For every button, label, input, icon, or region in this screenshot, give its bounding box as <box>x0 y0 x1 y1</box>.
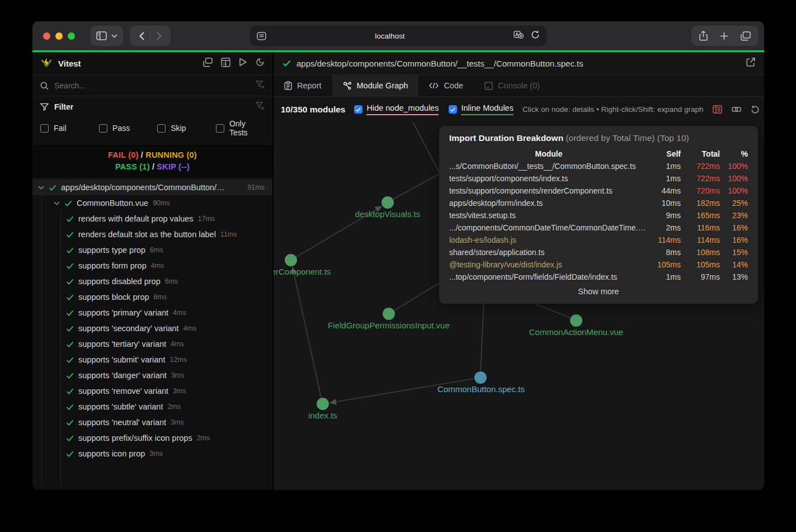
test-case-row[interactable]: supports 'danger' variant3ms <box>32 368 272 383</box>
test-name: supports 'danger' variant <box>78 371 167 380</box>
test-case-row[interactable]: supports 'remove' variant3ms <box>32 383 272 399</box>
test-name: supports icon prop <box>78 449 145 458</box>
clear-search-filter-icon[interactable] <box>256 81 265 91</box>
forward-button[interactable] <box>150 27 167 44</box>
privacy-report-icon[interactable] <box>514 31 524 41</box>
graph-hint: Click on node: details • Right-click/Shi… <box>522 105 704 114</box>
checkbox-icon <box>99 124 107 133</box>
tab-label: Console (0) <box>498 81 540 90</box>
test-duration: 3ms <box>149 450 163 458</box>
test-suite-row[interactable]: CommonButton.vue90ms <box>32 195 272 211</box>
total-percent: 100% <box>720 185 748 197</box>
open-in-editor-icon[interactable] <box>746 58 755 69</box>
graph-node-commonactionmenu-vue[interactable] <box>570 314 582 327</box>
check-icon <box>66 451 74 457</box>
self-time: 2ms <box>648 222 681 234</box>
test-name: supports 'remove' variant <box>78 387 168 396</box>
zoom-window-button[interactable] <box>68 32 75 40</box>
module-name: @testing-library/vue/dist/index.js <box>449 258 648 271</box>
check-icon <box>66 326 74 332</box>
test-case-row[interactable]: supports 'tertiary' variant4ms <box>32 336 272 352</box>
total-percent: 15% <box>720 246 748 258</box>
search-icon <box>40 82 49 90</box>
chevron-down-icon[interactable] <box>54 201 60 205</box>
dark-mode-icon[interactable] <box>256 58 265 69</box>
graph-node-ercomponent-ts[interactable] <box>285 254 297 266</box>
graph-checkbox-inline-modules[interactable]: Inline Modules <box>449 103 514 115</box>
close-window-button[interactable] <box>43 32 50 40</box>
test-case-row[interactable]: supports disabled prop6ms <box>32 274 272 289</box>
graph-edge <box>393 174 439 199</box>
check-icon <box>66 247 74 253</box>
test-name: supports 'submit' variant <box>78 355 165 364</box>
reload-icon[interactable] <box>531 30 540 41</box>
test-case-row[interactable]: supports prefix/suffix icon props2ms <box>32 430 272 446</box>
legend-icon[interactable] <box>713 105 722 114</box>
test-case-row[interactable]: supports 'subtle' variant2ms <box>32 399 272 415</box>
module-graph-canvas[interactable]: erComponent.tsdesktopVisuals.tsFieldGrou… <box>274 122 764 490</box>
test-duration: 4ms <box>183 324 197 332</box>
share-icon[interactable] <box>699 31 708 41</box>
tab-module-graph[interactable]: Module Graph <box>332 75 419 96</box>
test-tree: apps/desktop/components/CommonButton/__t… <box>32 179 272 490</box>
filter-checkbox-only-tests[interactable]: Only Tests <box>216 119 265 137</box>
address-bar[interactable]: localhost <box>250 26 547 46</box>
filter-checkbox-skip[interactable]: Skip <box>157 119 216 137</box>
graph-node-desktopvisuals-ts[interactable] <box>381 196 394 209</box>
back-button[interactable] <box>133 27 150 44</box>
graph-node-commonbutton-spec-ts[interactable] <box>474 371 487 384</box>
test-case-row[interactable]: supports 'submit' variant12ms <box>32 352 272 368</box>
test-duration: 12ms <box>169 356 187 364</box>
status-line: PASS (1) / SKIP (--) <box>32 161 272 173</box>
check-icon <box>66 294 74 300</box>
tab-overview-icon[interactable] <box>741 31 751 41</box>
tab-code[interactable]: Code <box>418 75 474 96</box>
graph-controls: 10/350 modules Hide node_modulesInline M… <box>274 97 764 122</box>
panel-title: Import Duration Breakdown (ordered by To… <box>449 133 748 143</box>
self-time: 9ms <box>648 209 681 222</box>
collapse-tests-icon[interactable] <box>203 58 213 69</box>
run-all-icon[interactable] <box>239 58 247 69</box>
test-case-row[interactable]: supports type prop6ms <box>32 242 272 258</box>
test-case-row[interactable]: supports form prop4ms <box>32 258 272 274</box>
dashboard-icon[interactable]: 31 <box>221 58 230 69</box>
test-case-row[interactable]: supports 'neutral' variant3ms <box>32 415 272 430</box>
test-case-row[interactable]: renders with default prop values17ms <box>32 211 272 227</box>
import-duration-panel: Import Duration Breakdown (ordered by To… <box>439 126 758 304</box>
test-name: supports form prop <box>78 261 147 270</box>
graph-node-fieldgrouppermissionsinput-vue[interactable] <box>383 308 395 320</box>
tab-console-0[interactable]: Console (0) <box>474 75 550 96</box>
chevron-down-icon[interactable] <box>38 186 44 190</box>
module-name: apps/desktop/form/index.ts <box>449 197 648 209</box>
show-more-button[interactable]: Show more <box>449 287 748 296</box>
minimize-window-button[interactable] <box>55 32 63 40</box>
clear-filters-icon[interactable] <box>256 102 265 111</box>
test-file-row[interactable]: apps/desktop/components/CommonButton/__t… <box>32 180 272 195</box>
filter-section: Filter FailPassSkipOnly Tests <box>32 96 272 144</box>
test-case-row[interactable]: supports 'primary' variant4ms <box>32 305 272 321</box>
sidebar-toggle-button[interactable] <box>91 26 123 46</box>
test-name: renders default slot as the button label <box>78 230 216 239</box>
test-case-row[interactable]: supports block prop6ms <box>32 289 272 305</box>
merge-nodes-icon[interactable] <box>732 105 741 114</box>
test-case-row[interactable]: supports icon prop3ms <box>32 446 272 462</box>
filter-option-label: Pass <box>112 124 130 133</box>
graph-checkbox-hide-node_modules[interactable]: Hide node_modules <box>354 103 439 115</box>
new-tab-icon[interactable] <box>720 32 728 40</box>
code-icon <box>429 82 439 89</box>
test-case-row[interactable]: renders default slot as the button label… <box>32 227 272 242</box>
graph-node-index-ts[interactable] <box>317 398 329 410</box>
graph-edge <box>412 122 439 172</box>
test-case-row[interactable]: supports 'secondary' variant4ms <box>32 321 272 336</box>
filter-checkbox-pass[interactable]: Pass <box>99 119 157 137</box>
search-input[interactable] <box>54 81 250 90</box>
tab-report[interactable]: Report <box>274 75 332 96</box>
graph-edge <box>481 302 484 371</box>
check-icon <box>64 200 72 206</box>
total-percent: 16% <box>720 222 748 234</box>
page-format-icon[interactable] <box>257 32 266 40</box>
graph-node-label: index.ts <box>308 411 337 420</box>
filter-checkbox-fail[interactable]: Fail <box>40 119 99 137</box>
reset-graph-icon[interactable] <box>751 105 760 114</box>
graph-checkbox-label: Hide node_modules <box>366 103 439 115</box>
